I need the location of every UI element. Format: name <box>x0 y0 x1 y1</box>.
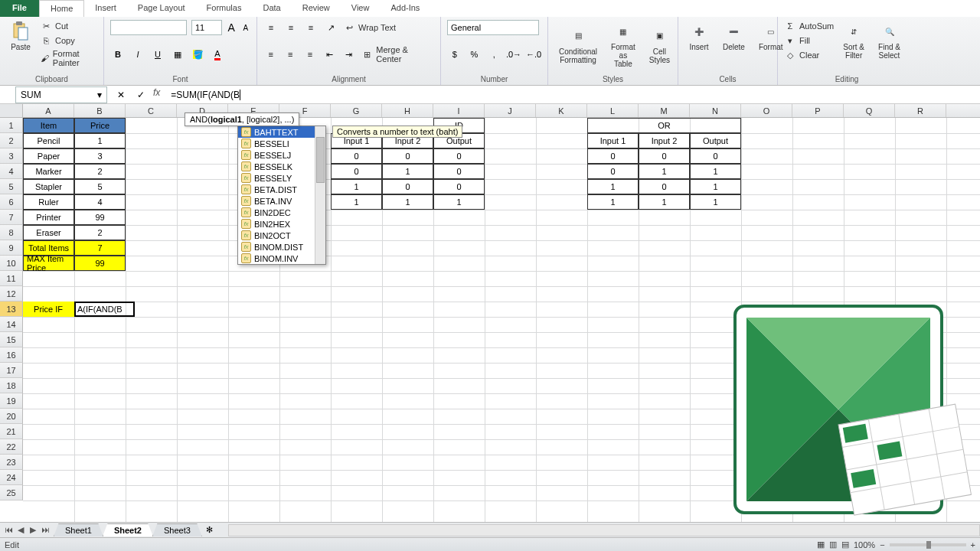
insert-cells-button[interactable]: ➕Insert <box>684 20 714 53</box>
align-bot-button[interactable]: ≡ <box>303 20 318 35</box>
row-header-8[interactable]: 8 <box>0 225 23 240</box>
fn-item-BETA.DIST[interactable]: fxBETA.DIST <box>238 184 325 195</box>
sheet-nav-first[interactable]: ⏮ <box>3 525 14 535</box>
row-header-25[interactable]: 25 <box>0 485 23 500</box>
cell-B4[interactable]: 2 <box>74 164 126 179</box>
sort-filter-button[interactable]: ⇵Sort & Filter <box>838 20 869 61</box>
cell-G3[interactable]: 0 <box>331 148 382 164</box>
fn-item-BAHTTEXT[interactable]: fxBAHTTEXT <box>238 126 325 138</box>
sheet-tab-Sheet3[interactable]: Sheet3 <box>152 523 202 536</box>
align-center-button[interactable]: ≡ <box>283 47 299 62</box>
row-header-21[interactable]: 21 <box>0 424 23 439</box>
cell-B1[interactable]: Price <box>74 118 126 133</box>
cell-N6[interactable]: 1 <box>690 194 741 210</box>
cell-A2[interactable]: Pencil <box>23 133 74 148</box>
cell-A10[interactable]: MAX Item Price <box>23 256 74 271</box>
fn-dropdown-scrollbar[interactable] <box>315 126 325 264</box>
cell-L2[interactable]: Input 1 <box>587 133 639 148</box>
cell-A1[interactable]: Item <box>23 118 74 133</box>
col-header-B[interactable]: B <box>74 104 126 117</box>
indent-dec-button[interactable]: ⇤ <box>322 47 338 62</box>
row-header-6[interactable]: 6 <box>0 194 23 210</box>
col-header-H[interactable]: H <box>382 104 433 117</box>
cell-M2[interactable]: Input 2 <box>639 133 690 148</box>
fn-item-BESSELK[interactable]: fxBESSELK <box>238 161 325 172</box>
fn-item-BINOM.INV[interactable]: fxBINOM.INV <box>238 253 325 264</box>
cell-B5[interactable]: 5 <box>74 179 126 194</box>
cell-A5[interactable]: Stapler <box>23 179 74 194</box>
col-header-I[interactable]: I <box>433 104 485 117</box>
cell-M3[interactable]: 0 <box>639 148 690 164</box>
accept-formula-button[interactable]: ✓ <box>133 87 149 103</box>
or-title[interactable]: OR <box>587 118 741 133</box>
align-right-button[interactable]: ≡ <box>302 47 318 62</box>
row-header-19[interactable]: 19 <box>0 393 23 409</box>
find-select-button[interactable]: 🔍Find & Select <box>874 20 905 61</box>
cell-G4[interactable]: 0 <box>331 164 382 179</box>
cell-styles-button[interactable]: ▣Cell Styles <box>645 24 675 66</box>
row-header-17[interactable]: 17 <box>0 363 23 378</box>
row-header-13[interactable]: 13 <box>0 302 23 317</box>
merge-center-button[interactable]: ⊞Merge & Center <box>361 45 434 64</box>
row-header-5[interactable]: 5 <box>0 179 23 194</box>
delete-cells-button[interactable]: ➖Delete <box>718 20 750 53</box>
cell-I4[interactable]: 0 <box>433 164 485 179</box>
cell-H4[interactable]: 1 <box>382 164 433 179</box>
cell-I3[interactable]: 0 <box>433 148 485 164</box>
cell-I6[interactable]: 1 <box>433 194 485 210</box>
align-mid-button[interactable]: ≡ <box>283 20 299 35</box>
tab-addins[interactable]: Add-Ins <box>380 0 430 17</box>
col-header-J[interactable]: J <box>485 104 536 117</box>
row-header-12[interactable]: 12 <box>0 286 23 302</box>
row-header-11[interactable]: 11 <box>0 271 23 286</box>
zoom-slider[interactable] <box>890 543 966 546</box>
col-header-Q[interactable]: Q <box>844 104 895 117</box>
bold-button[interactable]: B <box>110 47 126 62</box>
col-header-K[interactable]: K <box>536 104 587 117</box>
col-header-P[interactable]: P <box>792 104 844 117</box>
fn-item-BETA.INV[interactable]: fxBETA.INV <box>238 195 325 207</box>
sheet-nav-last[interactable]: ⏭ <box>40 525 51 535</box>
cell-L6[interactable]: 1 <box>587 194 639 210</box>
cell-M4[interactable]: 1 <box>639 164 690 179</box>
tab-home[interactable]: Home <box>39 0 84 17</box>
fn-item-BESSELJ[interactable]: fxBESSELJ <box>238 149 325 161</box>
font-family-combo[interactable] <box>110 20 187 35</box>
cell-A9[interactable]: Total Items <box>23 240 74 256</box>
row-header-22[interactable]: 22 <box>0 439 23 455</box>
fn-item-BESSELY[interactable]: fxBESSELY <box>238 172 325 184</box>
cell-I5[interactable]: 0 <box>433 179 485 194</box>
tab-page-layout[interactable]: Page Layout <box>127 0 196 17</box>
cell-A8[interactable]: Eraser <box>23 225 74 240</box>
indent-inc-button[interactable]: ⇥ <box>341 47 357 62</box>
sheet-nav-prev[interactable]: ◀ <box>15 525 26 535</box>
sheet-tab-Sheet1[interactable]: Sheet1 <box>54 523 103 536</box>
select-all-corner[interactable] <box>0 104 23 117</box>
percent-button[interactable]: % <box>467 47 482 62</box>
sheet-tab-Sheet2[interactable]: Sheet2 <box>103 523 153 536</box>
row-header-14[interactable]: 14 <box>0 317 23 332</box>
fn-item-BIN2HEX[interactable]: fxBIN2HEX <box>238 218 325 230</box>
align-top-button[interactable]: ≡ <box>263 20 279 35</box>
cut-button[interactable]: ✂Cut <box>40 20 97 32</box>
row-header-24[interactable]: 24 <box>0 470 23 485</box>
tab-data[interactable]: Data <box>252 0 291 17</box>
tab-file[interactable]: File <box>0 0 39 17</box>
cell-N3[interactable]: 0 <box>690 148 741 164</box>
format-painter-button[interactable]: 🖌Format Painter <box>40 49 97 67</box>
fn-item-BIN2DEC[interactable]: fxBIN2DEC <box>238 207 325 218</box>
borders-button[interactable]: ▦ <box>170 47 185 62</box>
cell-A3[interactable]: Paper <box>23 148 74 164</box>
font-color-button[interactable]: A <box>210 47 225 62</box>
align-left-button[interactable]: ≡ <box>263 47 279 62</box>
underline-button[interactable]: U <box>150 47 165 62</box>
col-header-M[interactable]: M <box>639 104 690 117</box>
cell-A4[interactable]: Marker <box>23 164 74 179</box>
tab-review[interactable]: Review <box>292 0 341 17</box>
number-format-combo[interactable] <box>447 20 539 35</box>
cell-B8[interactable]: 2 <box>74 225 126 240</box>
shrink-font-button[interactable]: A <box>241 20 251 35</box>
col-header-L[interactable]: L <box>587 104 639 117</box>
cell-N2[interactable]: Output <box>690 133 741 148</box>
cell-B7[interactable]: 99 <box>74 210 126 225</box>
